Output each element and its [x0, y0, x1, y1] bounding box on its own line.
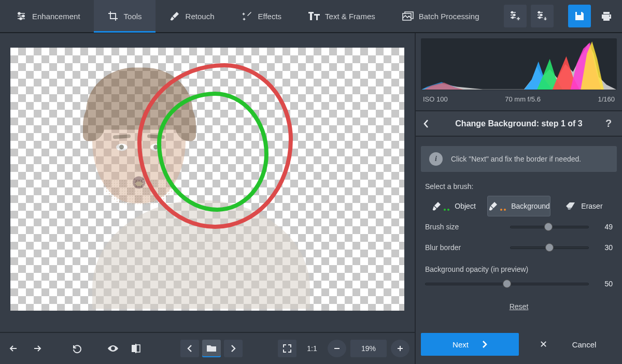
svg-rect-15	[136, 345, 140, 352]
zoom-actual-button[interactable]: 1:1	[301, 340, 323, 357]
chevron-right-icon	[482, 340, 487, 348]
print-button[interactable]	[595, 5, 618, 27]
slider-label: Blur border	[425, 243, 503, 252]
next-image-button[interactable]	[224, 340, 243, 357]
tab-batch-processing[interactable]: Batch Processing	[389, 0, 493, 33]
brush-background[interactable]: Background	[487, 196, 550, 216]
slider-brush-size-track[interactable]	[510, 222, 589, 232]
brush-object-label: Object	[455, 202, 475, 210]
tab-text-frames[interactable]: Text & Frames	[295, 0, 389, 33]
sliders-import-icon	[510, 10, 521, 22]
panel-back-button[interactable]	[423, 119, 435, 128]
svg-point-2	[20, 18, 22, 20]
sliders-icon	[16, 10, 27, 22]
hint-text: Click "Next" and fix the border if neede…	[451, 155, 581, 163]
minus-icon	[333, 345, 341, 352]
top-toolbar: Enhancement Tools Retouch Effects Text &…	[0, 0, 622, 33]
slider-label: Background opacity (in preview)	[425, 265, 613, 273]
export-settings-button[interactable]	[531, 5, 554, 27]
tab-label: Text & Frames	[325, 12, 375, 21]
slider-bg-opacity: Background opacity (in preview) 50	[425, 260, 613, 294]
tab-label: Effects	[258, 12, 281, 21]
compare-button[interactable]	[126, 340, 145, 357]
zoom-in-button[interactable]	[391, 340, 409, 357]
object-dots-icon	[444, 209, 449, 211]
bottom-toolbar: 1:1 19%	[0, 332, 415, 364]
revert-button[interactable]	[67, 340, 86, 357]
svg-point-6	[512, 17, 513, 18]
save-icon	[574, 11, 585, 21]
slider-value: 49	[596, 223, 613, 231]
magic-wand-icon	[241, 10, 252, 22]
brush-background-label: Background	[511, 202, 550, 210]
svg-point-8	[538, 11, 540, 13]
image-metadata: ISO 100 70 mm f/5.6 1/160	[416, 93, 622, 110]
printer-icon	[601, 10, 612, 22]
fit-screen-button[interactable]	[278, 340, 296, 357]
svg-rect-16	[135, 344, 136, 353]
cancel-button[interactable]: ✕ Cancel	[519, 333, 617, 356]
histogram	[421, 38, 617, 90]
slider-blur-border-track[interactable]	[510, 242, 589, 253]
reset-link[interactable]: Reset	[416, 294, 622, 316]
svg-point-10	[539, 17, 540, 18]
tab-effects[interactable]: Effects	[228, 0, 295, 33]
brush-section-label: Select a brush:	[416, 172, 622, 196]
prev-image-button[interactable]	[180, 340, 199, 357]
tab-enhancement[interactable]: Enhancement	[2, 0, 94, 33]
save-button[interactable]	[568, 5, 591, 27]
meta-iso: ISO 100	[423, 95, 448, 103]
zoom-ratio-label: 1:1	[307, 344, 317, 353]
next-button[interactable]: Next	[421, 333, 519, 356]
compare-icon	[131, 343, 141, 354]
slider-blur-border: Blur border 30	[416, 237, 622, 258]
svg-point-9	[540, 14, 542, 16]
hint-bar: i Click "Next" and fix the border if nee…	[421, 146, 617, 172]
redo-button[interactable]	[27, 340, 46, 357]
plus-icon	[397, 345, 404, 352]
chevron-right-icon	[230, 344, 236, 353]
info-icon: i	[429, 152, 443, 166]
subject-preview	[98, 84, 316, 309]
undo-icon	[9, 344, 20, 353]
panel-help-button[interactable]: ?	[602, 118, 615, 129]
cancel-button-label: Cancel	[572, 340, 597, 349]
svg-point-5	[513, 14, 515, 16]
brush-object[interactable]: Object	[425, 196, 482, 216]
tab-retouch[interactable]: Retouch	[156, 0, 228, 33]
close-icon: ✕	[540, 339, 547, 350]
tab-label: Enhancement	[32, 12, 80, 21]
brush-eraser-label: Eraser	[581, 202, 602, 210]
eye-icon	[107, 344, 119, 353]
meta-shutter: 1/160	[598, 95, 615, 103]
tab-tools[interactable]: Tools	[94, 0, 156, 33]
svg-point-4	[511, 11, 513, 13]
browse-images-button[interactable]	[202, 340, 221, 357]
slider-bg-opacity-track[interactable]	[425, 279, 589, 289]
zoom-level-display[interactable]: 19%	[350, 340, 387, 357]
svg-rect-14	[132, 345, 135, 352]
next-button-label: Next	[453, 340, 469, 349]
svg-point-0	[18, 12, 20, 14]
fit-icon	[282, 344, 292, 353]
preview-toggle-button[interactable]	[104, 340, 122, 357]
undo-button[interactable]	[5, 340, 24, 357]
redo-icon	[31, 344, 42, 353]
svg-rect-12	[579, 12, 581, 14]
revert-icon	[72, 343, 82, 354]
slider-value: 50	[596, 280, 613, 288]
slider-label: Brush size	[425, 223, 503, 231]
crop-icon	[107, 10, 119, 22]
background-dots-icon	[500, 209, 506, 211]
chevron-left-icon	[187, 344, 193, 353]
tab-label: Batch Processing	[419, 12, 479, 21]
panel-header: Change Background: step 1 of 3 ?	[416, 110, 622, 137]
image-canvas[interactable]	[10, 48, 404, 311]
svg-point-13	[609, 16, 610, 17]
zoom-out-button[interactable]	[328, 340, 346, 357]
canvas-area[interactable]	[0, 33, 415, 332]
brush-background-icon	[488, 201, 498, 211]
import-settings-button[interactable]	[504, 5, 527, 27]
brush-eraser[interactable]: Eraser	[556, 196, 613, 216]
tab-label: Tools	[124, 12, 142, 21]
